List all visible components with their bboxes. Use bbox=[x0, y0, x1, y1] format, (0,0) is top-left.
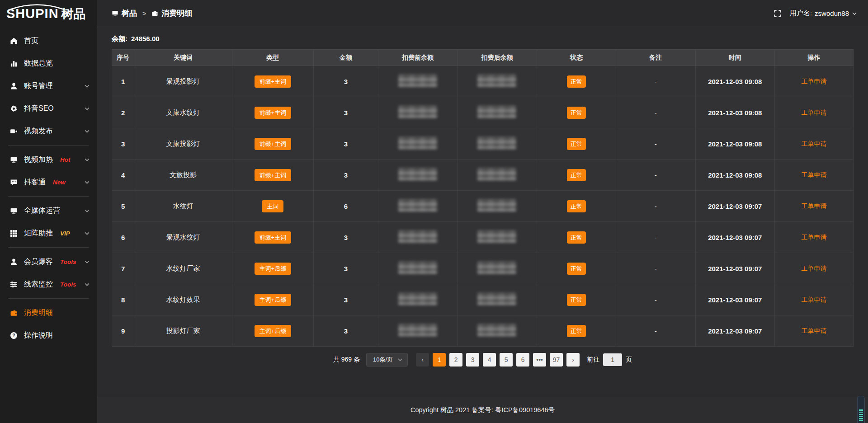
sliders-icon bbox=[10, 281, 18, 288]
cell-status: 正常 bbox=[537, 284, 616, 315]
page-1-button[interactable]: 1 bbox=[433, 353, 446, 367]
column-header-5: 扣费后余额 bbox=[458, 50, 537, 66]
page-6-button[interactable]: 6 bbox=[516, 353, 529, 367]
sidebar-item-account-management[interactable]: 账号管理 bbox=[0, 75, 97, 97]
table-row: 9 投影灯厂家 主词+后缀 3 正常 - 2021-12-03 09:07 工单… bbox=[112, 315, 854, 347]
table-row: 1 景观投影灯 前缀+主词 3 正常 - 2021-12-03 09:08 工单… bbox=[112, 66, 854, 97]
cell-action: 工单申请 bbox=[775, 284, 854, 315]
table-row: 6 景观水纹灯 前缀+主词 3 正常 - 2021-12-03 09:07 工单… bbox=[112, 222, 854, 253]
redacted-balance-before bbox=[398, 106, 437, 118]
status-badge: 正常 bbox=[567, 263, 586, 275]
app-logo[interactable]: SHUPIN 树品 bbox=[0, 0, 97, 25]
breadcrumb-current[interactable]: 消费明细 bbox=[151, 8, 192, 19]
cell-balance-after bbox=[458, 315, 537, 347]
sidebar-item-video-publish[interactable]: 视频发布 bbox=[0, 120, 97, 142]
goto-page-input[interactable] bbox=[603, 353, 622, 366]
page-5-button[interactable]: 5 bbox=[500, 353, 513, 367]
cell-balance-after bbox=[458, 191, 537, 222]
sidebar-item-home[interactable]: 首页 bbox=[0, 29, 97, 52]
cell-time: 2021-12-03 09:07 bbox=[695, 191, 774, 222]
cell-type: 主词+后缀 bbox=[232, 253, 313, 284]
topbar-right: 用户名: zswodun88 bbox=[774, 9, 857, 18]
page-next-button[interactable]: › bbox=[566, 353, 580, 367]
sidebar-item-douyin-seo[interactable]: 抖音SEO bbox=[0, 97, 97, 120]
sidebar-item-douketong[interactable]: 抖客通 New bbox=[0, 171, 97, 193]
fullscreen-icon[interactable] bbox=[774, 9, 782, 18]
sidebar-item-consumption-detail[interactable]: 消费明细 bbox=[0, 301, 97, 324]
page-more-button[interactable]: ••• bbox=[533, 353, 546, 367]
redacted-balance-after bbox=[477, 262, 516, 274]
page-4-button[interactable]: 4 bbox=[483, 353, 496, 367]
ticket-apply-link[interactable]: 工单申请 bbox=[802, 140, 827, 147]
ticket-apply-link[interactable]: 工单申请 bbox=[802, 296, 827, 303]
type-badge: 前缀+主词 bbox=[255, 169, 292, 181]
cell-index: 9 bbox=[112, 315, 134, 347]
cell-action: 工单申请 bbox=[775, 191, 854, 222]
cell-keyword: 水纹灯 bbox=[134, 191, 232, 222]
cell-amount: 3 bbox=[314, 128, 378, 160]
cell-keyword: 景观水纹灯 bbox=[134, 222, 232, 253]
redacted-balance-after bbox=[477, 168, 516, 180]
cell-type: 前缀+主词 bbox=[232, 128, 313, 160]
column-header-1: 关键词 bbox=[134, 50, 232, 66]
ticket-apply-link[interactable]: 工单申请 bbox=[802, 234, 827, 241]
sidebar-item-matrix-boost[interactable]: 矩阵助推 VIP bbox=[0, 222, 97, 244]
member-icon bbox=[10, 258, 18, 266]
cell-amount: 3 bbox=[314, 66, 378, 97]
chevron-down-icon bbox=[84, 282, 90, 287]
cell-remark: - bbox=[616, 222, 695, 253]
top-bar: 树品 > 消费明细 用户名: zswodun88 bbox=[97, 0, 868, 27]
page-2-button[interactable]: 2 bbox=[449, 353, 462, 367]
page-size-select[interactable]: 10条/页 bbox=[366, 353, 408, 367]
ticket-apply-link[interactable]: 工单申请 bbox=[802, 109, 827, 116]
balance-label: 余额: bbox=[112, 35, 127, 43]
cell-amount: 6 bbox=[314, 191, 378, 222]
sidebar-item-clue-monitor[interactable]: 线索监控 Tools bbox=[0, 273, 97, 296]
redacted-balance-before bbox=[398, 137, 437, 149]
logo-arc bbox=[8, 4, 66, 10]
ticket-apply-link[interactable]: 工单申请 bbox=[802, 202, 827, 210]
ticket-apply-link[interactable]: 工单申请 bbox=[802, 327, 827, 334]
sidebar-divider bbox=[8, 196, 89, 197]
status-badge: 正常 bbox=[567, 200, 586, 212]
cell-keyword: 投影灯厂家 bbox=[134, 315, 232, 347]
floating-widget[interactable] bbox=[857, 396, 865, 423]
chevron-down-icon bbox=[84, 83, 90, 89]
redacted-balance-before bbox=[398, 230, 437, 243]
breadcrumb-root[interactable]: 树品 bbox=[112, 8, 137, 19]
wallet-icon bbox=[151, 10, 158, 17]
sidebar-item-all-media-operation[interactable]: 全媒体运营 bbox=[0, 199, 97, 222]
cell-balance-before bbox=[378, 315, 457, 347]
page-97-button[interactable]: 97 bbox=[550, 353, 563, 367]
table-body: 1 景观投影灯 前缀+主词 3 正常 - 2021-12-03 09:08 工单… bbox=[112, 66, 854, 347]
cell-keyword: 文旅投影灯 bbox=[134, 128, 232, 160]
cell-keyword: 水纹灯厂家 bbox=[134, 253, 232, 284]
cell-balance-before bbox=[378, 160, 457, 191]
cell-remark: - bbox=[616, 97, 695, 128]
ticket-apply-link[interactable]: 工单申请 bbox=[802, 78, 827, 85]
sidebar-divider bbox=[8, 298, 89, 299]
sidebar-item-video-heat[interactable]: 视频加热 Hot bbox=[0, 148, 97, 171]
sidebar-item-operation-guide[interactable]: ? 操作说明 bbox=[0, 324, 97, 347]
ticket-apply-link[interactable]: 工单申请 bbox=[802, 171, 827, 179]
ticket-apply-link[interactable]: 工单申请 bbox=[802, 265, 827, 272]
cell-action: 工单申请 bbox=[775, 160, 854, 191]
cell-balance-after bbox=[458, 160, 537, 191]
column-header-2: 类型 bbox=[232, 50, 313, 66]
sidebar-menu: 首页 数据总览 账号管理 抖音SEO 视频发布 视频加热 Hot 抖客通 New bbox=[0, 29, 97, 347]
sidebar-item-data-overview[interactable]: 数据总览 bbox=[0, 52, 97, 75]
page-number-list: 123456•••97 bbox=[433, 353, 563, 367]
cell-action: 工单申请 bbox=[775, 128, 854, 160]
chevron-down-icon bbox=[84, 230, 90, 236]
cell-balance-before bbox=[378, 284, 457, 315]
page-prev-button[interactable]: ‹ bbox=[416, 353, 429, 367]
goto-unit: 页 bbox=[626, 356, 632, 364]
sidebar-item-member-baoke[interactable]: 会员爆客 Tools bbox=[0, 250, 97, 273]
user-menu[interactable]: 用户名: zswodun88 bbox=[790, 9, 857, 18]
home-icon bbox=[10, 37, 18, 45]
cell-amount: 3 bbox=[314, 97, 378, 128]
status-badge: 正常 bbox=[567, 231, 586, 244]
page-3-button[interactable]: 3 bbox=[466, 353, 479, 367]
sidebar-divider bbox=[8, 145, 89, 146]
username-label: 用户名: bbox=[790, 9, 812, 18]
